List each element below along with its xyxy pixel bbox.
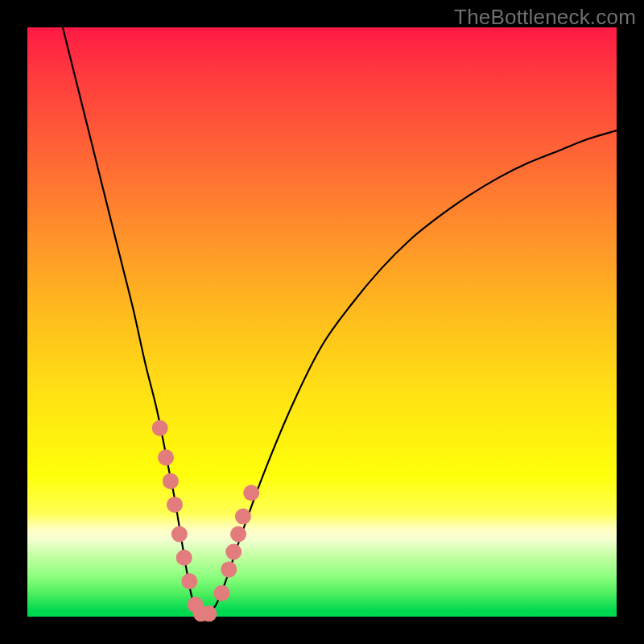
data-marker: [243, 485, 259, 501]
data-marker: [225, 543, 242, 559]
data-marker: [235, 509, 251, 525]
marker-group: [152, 420, 259, 622]
data-marker: [167, 497, 183, 513]
plot-area: [27, 27, 617, 617]
data-marker: [200, 605, 217, 621]
data-marker: [152, 420, 168, 436]
data-marker: [214, 585, 230, 601]
data-marker: [158, 449, 174, 465]
data-marker: [163, 473, 179, 489]
bottleneck-curve: [63, 27, 617, 617]
chart-frame: TheBottleneck.com: [0, 0, 644, 644]
curve-layer: [27, 27, 617, 617]
data-marker: [230, 526, 246, 543]
watermark-text: TheBottleneck.com: [454, 5, 636, 30]
data-marker: [176, 550, 192, 566]
data-marker: [181, 573, 197, 589]
data-marker: [221, 561, 237, 577]
data-marker: [171, 526, 188, 543]
